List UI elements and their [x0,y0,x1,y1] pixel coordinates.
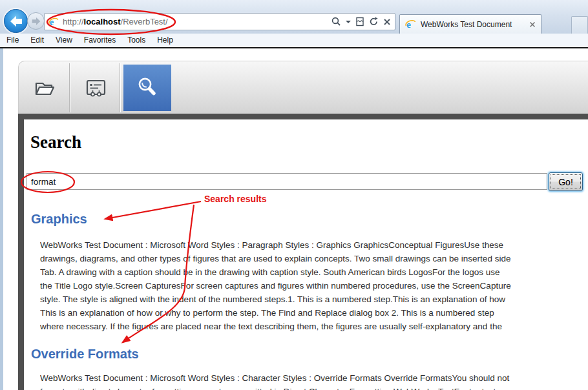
url-text: http://localhost/ReverbTest/ [63,17,168,26]
address-bar[interactable]: e http://localhost/ReverbTest/ [44,13,395,30]
content-frame-left [18,114,24,390]
search-magnifier-icon [134,74,161,101]
result-excerpt-graphics: WebWorks Test Document : Microsoft Word … [40,238,588,333]
browser-tab[interactable]: e WebWorks Test Document [399,14,541,34]
menu-tools[interactable]: Tools [121,34,151,47]
menu-help[interactable]: Help [151,34,179,47]
folder-icon [32,78,56,98]
forward-button[interactable] [27,12,45,30]
back-button[interactable] [4,9,28,33]
menu-edit[interactable]: Edit [25,34,50,47]
ie-favicon-icon: e [48,17,59,27]
back-arrow-icon [5,10,27,32]
index-button[interactable] [70,61,121,114]
menu-file[interactable]: File [1,34,25,47]
browser-chrome: e http://localhost/ReverbTest/ [0,0,588,34]
menu-bar: File Edit View Favorites Tools Help [0,34,588,48]
excerpt-line: the Title Logo style.Screen CapturesFor … [40,279,588,292]
go-button-focus-ring [551,174,581,189]
search-icon[interactable] [331,17,341,26]
address-bar-icons [331,17,391,26]
url-path: /ReverbTest/ [121,17,168,26]
window-border-strip [0,48,3,390]
result-excerpt-override-formats: WebWorks Test Document : Microsoft Word … [40,371,588,390]
excerpt-line: where necessary. If the figures are plac… [40,320,588,333]
tab-title: WebWorks Test Document [421,20,512,29]
search-input[interactable] [26,173,547,190]
page-content: Search Go! Graphics WebWorks Test Docume… [24,119,588,390]
content-frame-top [18,114,588,119]
toc-button[interactable] [19,61,69,114]
page-toolbar [18,61,588,114]
ie-logo-icon: e [405,19,416,30]
excerpt-line: formats with direct character formatting… [40,385,588,390]
excerpt-line: drawings, diagrams, and other types of f… [40,252,588,265]
excerpt-line: This is an explanation of how or why to … [40,306,588,320]
go-button[interactable]: Go! [549,172,583,191]
excerpt-line: Tab. A drawing with a caption should be … [40,265,588,279]
result-link-override-formats[interactable]: Override Formats [31,347,139,362]
excerpt-line: style. The style is aligned with the ind… [40,292,588,306]
excerpt-line: WebWorks Test Document : Microsoft Word … [40,371,588,385]
result-link-graphics[interactable]: Graphics [31,212,87,227]
close-icon [529,21,536,28]
menu-favorites[interactable]: Favorites [78,34,121,47]
compatibility-view-icon[interactable] [355,17,364,26]
search-tab-button[interactable] [123,65,171,111]
menu-view[interactable]: View [50,34,78,47]
url-host: localhost [84,17,121,26]
search-dropdown-icon[interactable] [346,21,351,23]
toolbar-separator [120,63,121,112]
url-prefix: http:// [63,17,84,26]
tab-close-button[interactable] [529,21,536,28]
excerpt-line: WebWorks Test Document : Microsoft Word … [40,238,588,252]
browser-window: e http://localhost/ReverbTest/ [0,0,588,390]
refresh-icon[interactable] [369,17,379,26]
stop-icon[interactable] [383,18,391,26]
index-card-icon [85,78,107,98]
new-tab-button[interactable] [571,16,588,34]
page-title: Search [30,132,81,152]
forward-arrow-icon [28,14,44,29]
